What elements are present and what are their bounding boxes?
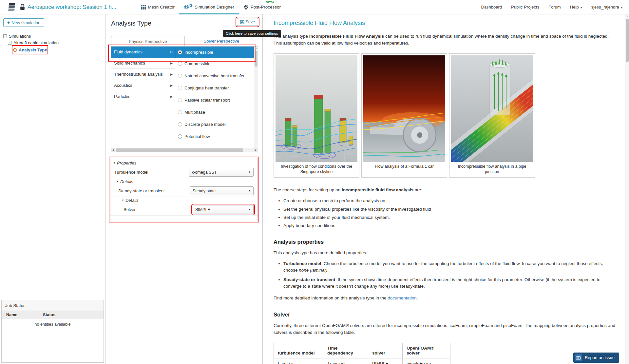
physics-item-particles[interactable]: Particles ▶ [111,91,175,102]
job-status-header: Name Status [2,311,104,319]
analysis-type-annotation: Analysis Type [13,47,47,53]
tab-mesh-creator[interactable]: Mesh Creator [137,0,179,14]
intro-paragraph: The analysis type Incompressible Fluid F… [274,33,617,47]
chevron-right-icon: ▶ [170,84,173,87]
dropdown-caret-icon: ▼ [248,208,251,211]
properties-header[interactable]: ▼ Properties [110,160,257,166]
physics-category-list: Fluid dynamics ▷ Solid mechanics ▶ Therm… [111,47,175,148]
workbench-tabs: Mesh Creator Simulation Designer BETA Po… [137,0,285,14]
scroll-up-icon[interactable]: ▲ [625,14,629,18]
analysis-type-conjugate-heat[interactable]: Conjugate heat transfer [175,82,254,94]
collapse-icon[interactable] [8,41,11,45]
properties-section: ▼ Properties Turbulence model k-omega SS… [110,158,258,221]
radio-icon[interactable] [178,86,182,90]
link-dashboard[interactable]: Dashboard [481,5,502,10]
physics-item-thermostructural[interactable]: Thermostructural analysis ▶ [111,69,175,80]
page-vertical-scrollbar[interactable]: ▲ [625,14,629,364]
radio-checked-icon[interactable] [178,50,182,54]
gear-icon [243,5,249,10]
radio-icon[interactable] [178,134,182,139]
list-item: Create or choose a mesh to perform the a… [283,198,617,204]
list-item: Apply boundary conditions [283,222,617,229]
analysis-type-compressible[interactable]: Compressible [175,58,254,70]
table-cell: Transient [323,358,368,364]
beta-badge: BETA [266,1,274,4]
property-steady-state: Steady-state or transient Steady-state ▼ [110,185,257,197]
solver-select[interactable]: SIMPLE ▼ [193,205,254,214]
scrollbar-thumb[interactable] [116,148,243,152]
tab-simulation-designer[interactable]: Simulation Designer [179,0,239,14]
content-heading: Incompressible Fluid Flow Analysis [274,20,617,27]
help-menu[interactable]: Help ▾ [570,5,582,10]
figure-caption: Flow analysis of a Formula 1 car [363,162,445,175]
analysis-type-incompressible[interactable]: Incompressible [175,47,254,58]
tree-node-aircraft-cabin[interactable]: Aircraft cabin simulation [0,39,105,46]
plus-icon: + [7,20,10,25]
link-public-projects[interactable]: Public Projects [511,5,539,10]
figure-f1-car: Flow analysis of a Formula 1 car [361,53,447,178]
new-simulation-button[interactable]: + New simulation [3,18,44,27]
analysis-type-natural-convective[interactable]: Natural convective heat transfer [175,70,254,82]
analysis-properties-heading: Analysis properties [274,239,617,245]
triangle-down-icon: ▼ [116,180,119,183]
project-title[interactable]: Aerospace workshop: Session 1 h... [28,4,116,10]
save-button[interactable]: Save [237,18,258,26]
documentation-content: Incompressible Fluid Flow Analysis The a… [263,14,625,364]
solver-heading: Solver [274,312,617,318]
radio-icon[interactable] [178,62,182,66]
triangle-down-icon: ▼ [122,199,124,202]
tab-solver-perspective[interactable]: Solver Perspective [185,36,258,46]
chevron-down-icon: ▾ [621,6,622,9]
tab-post-processor[interactable]: BETA Post-Processor [239,0,285,14]
widget-vertical-scrollbar[interactable]: ▲ [254,47,258,148]
list-item: Set the general physical properties like… [283,206,617,213]
table-header: OpenFOAM® solver [403,343,450,358]
scroll-right-icon[interactable]: ▶ [254,148,258,152]
scroll-left-icon[interactable]: ◀ [111,148,115,152]
lock-icon [20,4,25,10]
skyline-cfd-image [276,55,357,162]
tree-node-analysis-type[interactable]: Analysis Type [0,47,105,53]
link-forum[interactable]: Forum [548,5,561,10]
table-cell: pimpleFoam [403,358,450,364]
scrollbar-thumb[interactable] [255,51,257,67]
physics-item-solid-mechanics[interactable]: Solid mechanics ▶ [111,58,175,69]
gear-small-icon [189,4,193,7]
details-header[interactable]: ▼ Details [110,178,257,185]
documentation-link[interactable]: documentation [388,296,417,300]
user-menu[interactable]: sjesu_rajendra ▾ [591,5,622,10]
status-incomplete-icon [13,48,17,52]
radio-icon[interactable] [178,110,182,114]
gears-icon [184,5,189,10]
radio-icon[interactable] [178,122,182,126]
analysis-type-passive-scalar[interactable]: Passive scalar transport [175,94,254,106]
details-header[interactable]: ▼ Details [110,197,257,204]
app-logo-icon[interactable] [7,2,17,12]
report-issue-button[interactable]: Report an issue [573,353,619,363]
tree-node-simulations[interactable]: Simulations [0,33,105,39]
scrollbar-thumb[interactable] [626,19,629,62]
simulation-tree-sidebar: + New simulation Simulations Aircraft ca… [0,14,105,364]
radio-icon[interactable] [178,74,182,78]
table-header: Time dependency [323,343,368,358]
physics-item-acoustics[interactable]: Acoustics ▶ [111,80,175,91]
turbulence-model-select[interactable]: k-omega SST ▼ [189,168,254,177]
figure-caption: Incompressible flow analysis in a pipe j… [451,162,533,176]
analysis-type-discrete-phase[interactable]: Discrete phase model [175,118,254,130]
chevron-down-icon: ▾ [581,6,582,9]
widget-horizontal-scrollbar[interactable]: ◀ ▶ [111,148,258,152]
analysis-selection-widget: Fluid dynamics ▷ Solid mechanics ▶ Therm… [111,46,258,152]
job-status-panel: Job Status Name Status no entities avail… [1,300,104,363]
physics-item-fluid-dynamics[interactable]: Fluid dynamics ▷ [111,47,175,58]
collapse-icon[interactable] [3,34,7,38]
camera-icon [575,354,582,361]
docs-paragraph: Find more detailed information on this a… [274,295,617,302]
scroll-up-icon[interactable]: ▲ [254,47,258,50]
table-cell: Laminar [274,358,323,364]
steady-state-select[interactable]: Steady-state ▼ [190,186,254,195]
analysis-type-multiphase[interactable]: Multiphase [175,106,254,118]
analysis-type-potential-flow[interactable]: Potential flow [175,130,254,143]
radio-icon[interactable] [178,98,182,102]
tab-physics-perspective[interactable]: Physics Perspective [111,36,185,46]
table-header-row: turbulence model Time dependency solver … [274,343,450,358]
